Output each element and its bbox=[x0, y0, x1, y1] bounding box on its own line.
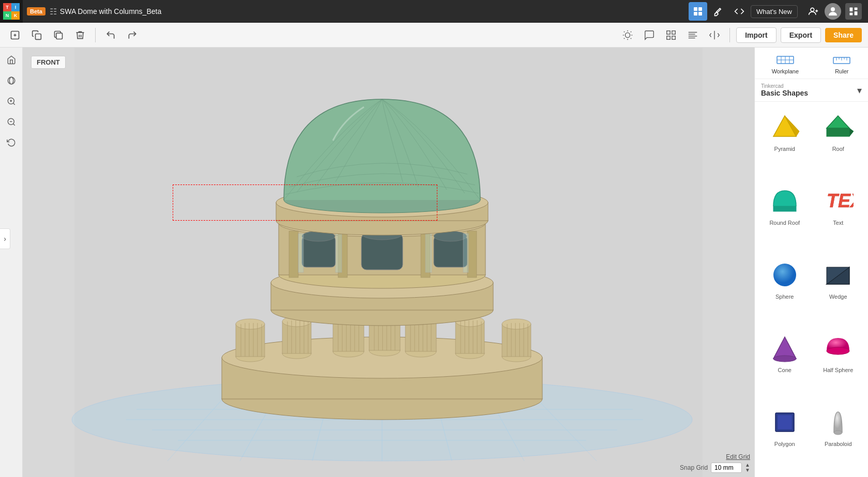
shape-pyramid[interactable]: Pyramid bbox=[759, 106, 811, 178]
main-area: FRONT bbox=[0, 48, 868, 477]
comment-button[interactable] bbox=[641, 26, 658, 44]
svg-rect-139 bbox=[467, 231, 477, 278]
hammer-button[interactable] bbox=[709, 2, 728, 21]
svg-rect-17 bbox=[56, 33, 63, 39]
export-button[interactable]: Export bbox=[781, 27, 821, 43]
text-label: Text bbox=[833, 220, 843, 226]
panel-category: Tinkercad Basic Shapes ▾ bbox=[755, 79, 868, 102]
shape-round-roof[interactable]: Round Roof bbox=[759, 180, 811, 252]
svg-rect-143 bbox=[463, 234, 468, 272]
cone-icon bbox=[768, 332, 801, 365]
ruler-button[interactable]: Ruler bbox=[832, 52, 851, 74]
category-dropdown[interactable]: ▾ bbox=[857, 85, 862, 96]
svg-rect-8 bbox=[850, 8, 853, 12]
group-button[interactable] bbox=[662, 26, 680, 44]
shapes-grid: Pyramid Roof bbox=[755, 102, 868, 477]
duplicate-button[interactable] bbox=[50, 26, 67, 44]
shape-sphere[interactable]: Sphere bbox=[759, 254, 811, 326]
right-panel: › Workplane bbox=[754, 48, 868, 477]
shape-paraboloid[interactable]: Paraboloid bbox=[813, 401, 864, 473]
shape-half-sphere[interactable]: Half Sphere bbox=[813, 327, 864, 399]
home-button[interactable] bbox=[3, 52, 20, 68]
snap-grid-label: Snap Grid bbox=[680, 464, 708, 471]
paraboloid-label: Paraboloid bbox=[825, 441, 852, 447]
edit-grid-label[interactable]: Edit Grid bbox=[726, 453, 750, 460]
svg-line-26 bbox=[631, 31, 631, 32]
bottom-info: Edit Grid Snap Grid ▲ ▼ bbox=[680, 453, 750, 473]
svg-point-174 bbox=[834, 430, 842, 435]
shape-cone[interactable]: Cone bbox=[759, 327, 811, 399]
shape-text[interactable]: TEXT Text bbox=[813, 180, 864, 252]
workplane-button[interactable]: Workplane bbox=[772, 52, 799, 74]
half-sphere-icon bbox=[821, 332, 855, 365]
beta-badge: Beta bbox=[27, 7, 45, 16]
svg-rect-2 bbox=[694, 12, 697, 16]
ruler-icon bbox=[832, 52, 851, 67]
shape-roof[interactable]: Roof bbox=[813, 106, 864, 178]
svg-line-43 bbox=[13, 124, 14, 125]
add-user-button[interactable] bbox=[804, 2, 823, 21]
svg-rect-162 bbox=[827, 128, 849, 136]
round-roof-icon bbox=[768, 184, 801, 218]
category-name: Basic Shapes bbox=[761, 89, 808, 97]
mirror-button[interactable] bbox=[706, 26, 723, 44]
wedge-label: Wedge bbox=[829, 294, 847, 300]
snap-grid-spinner[interactable]: ▲ ▼ bbox=[745, 463, 750, 473]
svg-point-166 bbox=[773, 264, 796, 286]
lightbulb-button[interactable] bbox=[619, 26, 636, 44]
import-button[interactable]: Import bbox=[736, 27, 776, 43]
delete-button[interactable] bbox=[71, 26, 89, 44]
zoom-in-button[interactable] bbox=[3, 93, 20, 110]
user-avatar[interactable] bbox=[825, 3, 841, 20]
workplane-icon bbox=[776, 52, 795, 67]
workplane-label: Workplane bbox=[772, 68, 799, 74]
3d-scene bbox=[23, 48, 754, 477]
grid-view-button[interactable] bbox=[689, 2, 707, 21]
logo-n: N bbox=[3, 11, 11, 20]
document-title: SWA Dome with Columns_Beta bbox=[60, 7, 689, 16]
svg-point-4 bbox=[811, 8, 814, 11]
reset-view-button[interactable] bbox=[3, 134, 20, 151]
svg-rect-15 bbox=[36, 34, 41, 39]
zoom-out-button[interactable] bbox=[3, 114, 20, 130]
logo-block: T I N K bbox=[0, 0, 23, 23]
topbar: T I N K Beta ☷ SWA Dome with Columns_Bet… bbox=[0, 0, 868, 23]
undo-button[interactable] bbox=[102, 26, 119, 44]
svg-rect-0 bbox=[694, 7, 697, 11]
code-button[interactable] bbox=[730, 2, 749, 21]
snap-grid-input[interactable] bbox=[711, 463, 742, 473]
svg-rect-27 bbox=[667, 30, 670, 34]
new-button[interactable] bbox=[6, 26, 24, 44]
redo-button[interactable] bbox=[124, 26, 141, 44]
svg-rect-1 bbox=[698, 7, 702, 11]
canvas-area[interactable]: FRONT bbox=[23, 48, 754, 477]
svg-text:TEXT: TEXT bbox=[827, 190, 854, 211]
svg-point-63 bbox=[236, 319, 265, 329]
whats-new-button[interactable]: What's New bbox=[751, 5, 798, 18]
svg-rect-142 bbox=[425, 231, 432, 272]
user-profile-icon[interactable] bbox=[845, 3, 862, 20]
wedge-icon bbox=[821, 258, 855, 291]
round-roof-label: Round Roof bbox=[769, 220, 800, 226]
shape-polygon[interactable]: Polygon bbox=[759, 401, 811, 473]
svg-rect-11 bbox=[855, 11, 858, 16]
sphere-icon bbox=[768, 258, 801, 291]
share-button[interactable]: Share bbox=[825, 28, 862, 42]
svg-rect-9 bbox=[850, 13, 853, 16]
polygon-label: Polygon bbox=[774, 441, 795, 447]
logo-i: I bbox=[11, 3, 20, 11]
left-sidebar bbox=[0, 48, 23, 477]
orbit-button[interactable] bbox=[3, 72, 20, 89]
separator-2 bbox=[729, 28, 730, 42]
svg-point-171 bbox=[827, 347, 849, 355]
copy-button[interactable] bbox=[28, 26, 45, 44]
toolbar-right: Import Export Share bbox=[619, 26, 862, 44]
category-info: Tinkercad Basic Shapes bbox=[761, 83, 808, 97]
svg-rect-136 bbox=[289, 231, 298, 278]
svg-rect-164 bbox=[773, 206, 796, 211]
svg-rect-29 bbox=[667, 36, 670, 39]
snap-grid-row: Snap Grid ▲ ▼ bbox=[680, 463, 750, 473]
shape-wedge[interactable]: Wedge bbox=[813, 254, 864, 326]
paraboloid-icon bbox=[821, 406, 855, 439]
align-button[interactable] bbox=[684, 26, 702, 44]
